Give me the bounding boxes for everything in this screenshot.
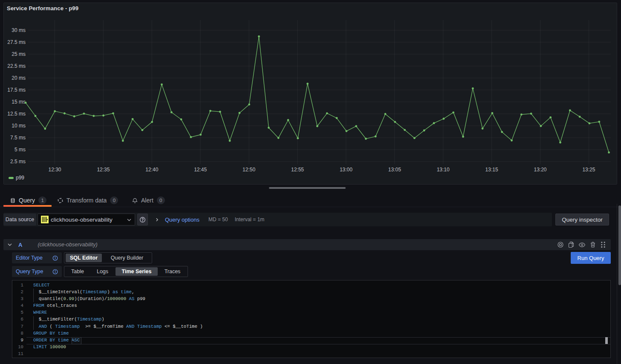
svg-text:5 ms: 5 ms xyxy=(14,147,26,153)
svg-text:2.5 ms: 2.5 ms xyxy=(10,159,26,165)
svg-text:27.5 ms: 27.5 ms xyxy=(7,39,26,45)
svg-text:25 ms: 25 ms xyxy=(12,51,26,57)
svg-text:10 ms: 10 ms xyxy=(12,123,26,129)
svg-text:13:15: 13:15 xyxy=(485,167,498,173)
svg-text:17.5 ms: 17.5 ms xyxy=(7,87,26,93)
svg-text:13:00: 13:00 xyxy=(340,167,352,173)
svg-text:12:35: 12:35 xyxy=(97,167,110,173)
svg-text:p99: p99 xyxy=(16,175,24,181)
svg-text:7.5 ms: 7.5 ms xyxy=(10,135,26,141)
svg-text:13:10: 13:10 xyxy=(437,167,450,173)
svg-text:12:40: 12:40 xyxy=(145,167,158,173)
svg-text:12:45: 12:45 xyxy=(194,167,207,173)
svg-text:30 ms: 30 ms xyxy=(12,27,26,33)
svg-text:12:30: 12:30 xyxy=(48,167,61,173)
svg-text:12.5 ms: 12.5 ms xyxy=(7,111,26,117)
svg-text:13:05: 13:05 xyxy=(388,167,401,173)
svg-text:15 ms: 15 ms xyxy=(12,99,26,105)
svg-text:22.5 ms: 22.5 ms xyxy=(7,63,26,69)
svg-text:13:20: 13:20 xyxy=(534,167,546,173)
svg-text:20 ms: 20 ms xyxy=(12,75,26,81)
svg-text:12:55: 12:55 xyxy=(291,167,304,173)
svg-text:12:50: 12:50 xyxy=(243,167,255,173)
svg-text:13:25: 13:25 xyxy=(582,167,595,173)
